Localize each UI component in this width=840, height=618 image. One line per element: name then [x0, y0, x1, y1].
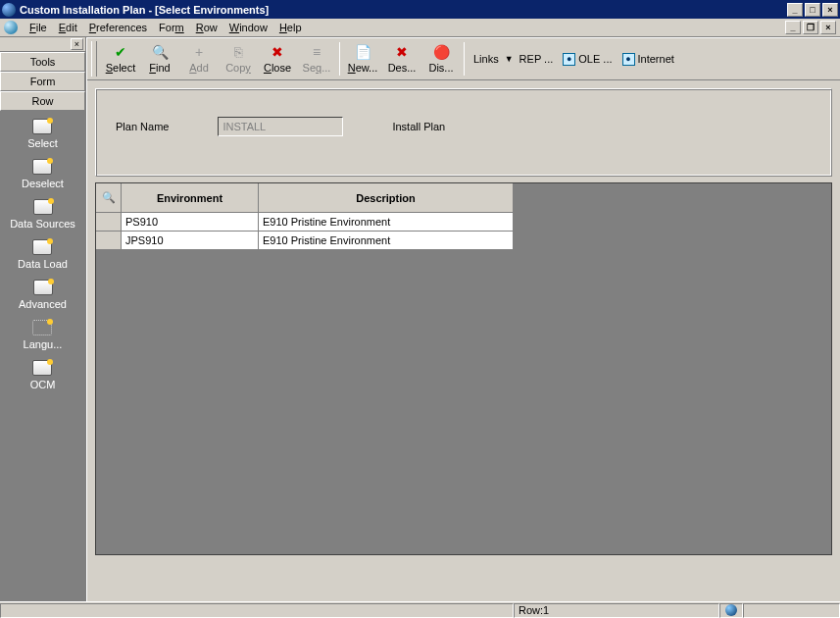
plus-icon: +	[191, 44, 207, 60]
grid-select-header[interactable]: 🔍	[96, 183, 122, 213]
language-icon	[32, 320, 52, 335]
menu-file[interactable]: File	[24, 20, 53, 35]
seq-icon: ≡	[309, 44, 324, 60]
maximize-button[interactable]: □	[805, 3, 820, 17]
status-bar: Row:1	[0, 601, 840, 618]
status-globe	[719, 603, 743, 618]
menu-row[interactable]: Row	[190, 20, 223, 35]
menu-edit[interactable]: Edit	[53, 20, 83, 35]
plan-name-label: Plan Name	[116, 121, 169, 132]
toolbar-seq-button: ≡Seq...	[297, 39, 336, 78]
title-bar: Custom Installation Plan - [Select Envir…	[0, 0, 840, 19]
menu-bar: File Edit Preferences Form Row Window He…	[0, 19, 840, 37]
links-label: Links	[473, 53, 499, 65]
menu-form[interactable]: Form	[153, 20, 190, 35]
grid-row-header[interactable]	[96, 232, 122, 250]
sidebar-action-deselect[interactable]: Deselect	[22, 159, 64, 189]
toolbar-new-button[interactable]: 📄New...	[343, 39, 382, 78]
toolbar-separator	[339, 42, 340, 76]
system-menu-icon[interactable]	[4, 21, 18, 34]
toolbar-copy-button: ⎘Copy	[219, 39, 258, 78]
data-sources-icon	[33, 199, 53, 215]
link-internet[interactable]: ●Internet	[622, 53, 674, 66]
toolbar-select-button[interactable]: ✔Select	[101, 39, 140, 78]
toolbar-find-button[interactable]: 🔍Find	[140, 39, 179, 78]
grid-header-environment[interactable]: Environment	[122, 183, 259, 213]
window-title: Custom Installation Plan - [Select Envir…	[20, 4, 787, 16]
status-row: Row:1	[514, 603, 719, 618]
sidebar-close-button[interactable]: ×	[71, 38, 83, 50]
grid-row[interactable]: PS910 E910 Pristine Environment	[96, 213, 831, 232]
grid-cell-desc[interactable]: E910 Pristine Environment	[259, 213, 514, 232]
plan-name-input[interactable]	[218, 117, 343, 136]
check-icon: ✔	[113, 44, 128, 60]
select-icon	[32, 119, 52, 134]
menu-help[interactable]: Help	[273, 20, 308, 35]
toolbar-grip	[91, 41, 97, 77]
menu-window[interactable]: Window	[223, 20, 273, 35]
new-icon: 📄	[355, 44, 371, 60]
ocm-icon	[32, 360, 52, 376]
install-plan-label: Install Plan	[392, 121, 445, 132]
find-icon: 🔍	[152, 44, 168, 60]
sidebar-action-data-sources[interactable]: Data Sources	[10, 199, 75, 230]
links-dropdown-icon[interactable]: ▼	[505, 54, 514, 64]
toolbar-dis-button[interactable]: 🔴Dis...	[421, 39, 461, 78]
advanced-icon	[33, 280, 53, 295]
grid-row[interactable]: JPS910 E910 Pristine Environment	[96, 232, 831, 250]
sidebar-header: ×	[0, 37, 85, 52]
copy-icon: ⎘	[230, 44, 246, 60]
sidebar: × Tools Form Row Select Deselect Data So…	[0, 37, 86, 601]
sidebar-action-advanced[interactable]: Advanced	[19, 280, 67, 310]
link-ole[interactable]: ●OLE ...	[563, 53, 612, 66]
app-icon	[2, 3, 16, 17]
mdi-close-button[interactable]: ×	[820, 21, 836, 34]
form-panel: Plan Name Install Plan	[95, 88, 832, 177]
toolbar-add-button: +Add	[179, 39, 219, 78]
dis-icon: 🔴	[433, 44, 449, 60]
grid-header-description[interactable]: Description	[259, 183, 514, 213]
sidebar-tab-tools[interactable]: Tools	[0, 52, 85, 72]
sidebar-action-data-load[interactable]: Data Load	[18, 239, 68, 270]
globe-icon	[725, 604, 737, 616]
sidebar-action-ocm[interactable]: OCM	[30, 360, 56, 390]
data-load-icon	[32, 239, 52, 255]
status-pane-1	[0, 603, 514, 618]
grid-cell-env[interactable]: JPS910	[122, 232, 259, 250]
minimize-button[interactable]: _	[787, 3, 803, 17]
toolbar-des-button[interactable]: ✖Des...	[382, 39, 421, 78]
des-icon: ✖	[394, 44, 410, 60]
grid-cell-desc[interactable]: E910 Pristine Environment	[259, 232, 514, 250]
status-pane-4	[743, 603, 840, 618]
menu-preferences[interactable]: Preferences	[83, 20, 153, 35]
toolbar-separator-2	[464, 42, 465, 76]
mdi-restore-button[interactable]: ❐	[803, 21, 818, 34]
close-button[interactable]: ×	[822, 3, 838, 17]
sidebar-action-language[interactable]: Langu...	[24, 320, 63, 350]
grid-cell-env[interactable]: PS910	[122, 213, 259, 232]
mdi-minimize-button[interactable]: _	[785, 21, 801, 34]
data-grid[interactable]: 🔍 Environment Description PS910 E910 Pri…	[95, 182, 832, 555]
toolbar-close-button[interactable]: ✖Close	[258, 39, 297, 78]
x-icon: ✖	[270, 44, 285, 60]
internet-icon: ●	[622, 53, 635, 66]
sidebar-tab-row[interactable]: Row	[0, 91, 85, 111]
deselect-icon	[32, 159, 52, 175]
grid-row-header[interactable]	[96, 213, 122, 232]
sidebar-action-select[interactable]: Select	[27, 119, 58, 149]
ole-icon: ●	[563, 53, 575, 66]
toolbar: ✔Select 🔍Find +Add ⎘Copy ✖Close ≡Seq... …	[87, 37, 840, 80]
sidebar-tab-form[interactable]: Form	[0, 72, 85, 91]
main-area: ✔Select 🔍Find +Add ⎘Copy ✖Close ≡Seq... …	[86, 37, 840, 601]
link-rep[interactable]: REP ...	[519, 53, 554, 65]
